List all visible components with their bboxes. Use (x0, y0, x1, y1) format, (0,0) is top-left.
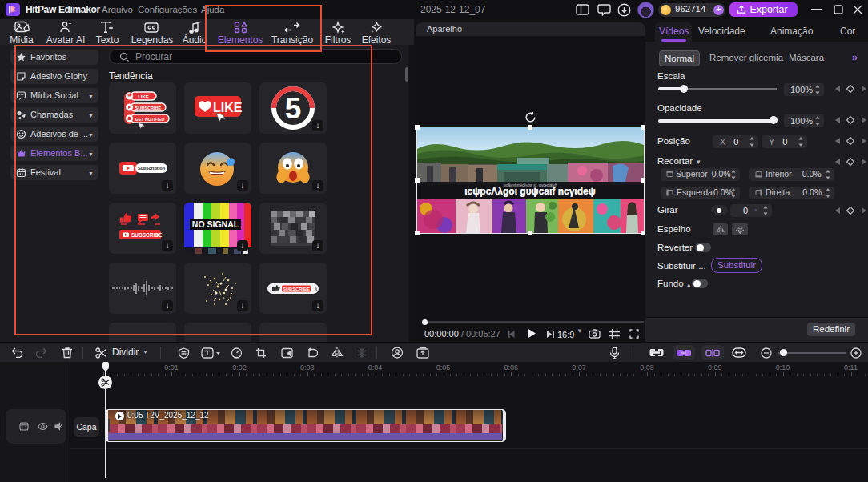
svg-text:ιcψpcΛλgoι gυψcaιf ncγιdeψ: ιcψpcΛλgoι gυψcaιf ncγιdeψ (464, 186, 595, 197)
